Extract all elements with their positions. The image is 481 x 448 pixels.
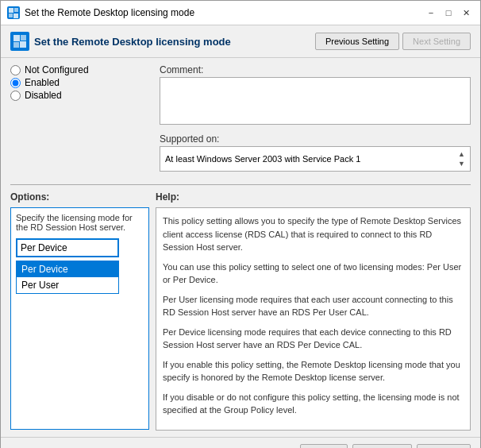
svg-rect-1: [14, 8, 18, 12]
maximize-button[interactable]: □: [441, 6, 456, 20]
help-content: This policy setting allows you to specif…: [156, 207, 471, 431]
dropdown-container: Per Device Per User: [16, 238, 144, 257]
radio-group: Not Configured Enabled Disabled: [10, 64, 153, 101]
enabled-label: Enabled: [25, 77, 60, 88]
comment-field-group: Comment:: [160, 64, 471, 127]
window-title: Set the Remote Desktop licensing mode: [25, 7, 194, 18]
licensing-mode-dropdown[interactable]: Per Device Per User: [16, 238, 119, 257]
footer: OK Cancel Apply: [1, 437, 480, 449]
comment-supported-section: Comment: Supported on: At least Windows …: [160, 64, 471, 178]
options-content: Specify the licensing mode for the RD Se…: [10, 207, 149, 431]
enabled-radio[interactable]: [10, 78, 21, 88]
cancel-button[interactable]: Cancel: [352, 444, 412, 449]
disabled-radio[interactable]: [10, 91, 21, 101]
header-buttons: Previous Setting Next Setting: [315, 33, 471, 50]
svg-rect-2: [9, 14, 13, 17]
help-para-5: If you enable this policy setting, the R…: [163, 358, 464, 384]
help-para-2: You can use this policy setting to selec…: [163, 261, 464, 287]
title-bar-left: Set the Remote Desktop licensing mode: [7, 6, 194, 19]
not-configured-option[interactable]: Not Configured: [10, 64, 153, 75]
comment-textarea-container: [160, 77, 471, 127]
not-configured-radio[interactable]: [10, 65, 21, 75]
content-area: Not Configured Enabled Disabled Comment:: [1, 58, 480, 437]
dropdown-item-per-device[interactable]: Per Device: [17, 261, 118, 277]
minimize-button[interactable]: −: [423, 6, 439, 20]
next-setting-button[interactable]: Next Setting: [402, 33, 471, 50]
options-help-content: Specify the licensing mode for the RD Se…: [10, 207, 471, 431]
supported-label: Supported on:: [160, 133, 471, 145]
title-controls: − □ ✕: [423, 6, 474, 20]
svg-rect-7: [20, 41, 26, 48]
ok-button[interactable]: OK: [300, 444, 348, 449]
supported-value: At least Windows Server 2003 with Servic…: [165, 154, 360, 164]
svg-rect-5: [21, 35, 26, 41]
close-button[interactable]: ✕: [458, 6, 474, 20]
enabled-option[interactable]: Enabled: [10, 77, 153, 88]
options-box: Specify the licensing mode for the RD Se…: [10, 207, 149, 430]
radio-section: Not Configured Enabled Disabled: [10, 64, 153, 178]
main-window: Set the Remote Desktop licensing mode − …: [0, 0, 481, 448]
help-box: This policy setting allows you to specif…: [156, 207, 471, 431]
dropdown-item-per-user[interactable]: Per User: [17, 277, 118, 293]
disabled-option[interactable]: Disabled: [10, 90, 153, 101]
header-title: Set the Remote Desktop licensing mode: [34, 36, 231, 48]
svg-rect-3: [13, 14, 18, 18]
options-description: Specify the licensing mode for the RD Se…: [16, 213, 144, 232]
options-help-headers: Options: Help:: [10, 191, 471, 207]
help-para-1: This policy setting allows you to specif…: [163, 214, 464, 254]
apply-button[interactable]: Apply: [417, 444, 471, 449]
disabled-label: Disabled: [25, 90, 62, 101]
help-para-4: Per Device licensing mode requires that …: [163, 326, 464, 352]
svg-rect-0: [9, 8, 13, 13]
header-bar: Set the Remote Desktop licensing mode Pr…: [1, 25, 480, 58]
help-panel: Help:: [156, 191, 471, 207]
dropdown-menu: Per Device Per User: [16, 261, 119, 294]
supported-field-group: Supported on: At least Windows Server 20…: [160, 133, 471, 172]
help-para-6: If you disable or do not configure this …: [163, 391, 464, 417]
options-panel: Options:: [10, 191, 149, 207]
svg-rect-4: [13, 35, 20, 41]
window-icon: [7, 6, 20, 19]
comment-textarea[interactable]: [160, 77, 471, 125]
supported-box: At least Windows Server 2003 with Servic…: [160, 146, 471, 172]
section-divider: [10, 184, 471, 185]
help-header: Help:: [156, 191, 471, 203]
help-para-3: Per User licensing mode requires that ea…: [163, 293, 464, 319]
header-left: Set the Remote Desktop licensing mode: [10, 32, 231, 51]
comment-label: Comment:: [160, 64, 471, 75]
header-icon: [10, 32, 29, 51]
options-header: Options:: [10, 191, 149, 203]
title-bar: Set the Remote Desktop licensing mode − …: [1, 1, 480, 25]
top-section: Not Configured Enabled Disabled Comment:: [10, 64, 471, 178]
previous-setting-button[interactable]: Previous Setting: [315, 33, 399, 50]
not-configured-label: Not Configured: [25, 64, 89, 75]
svg-rect-6: [13, 42, 19, 48]
